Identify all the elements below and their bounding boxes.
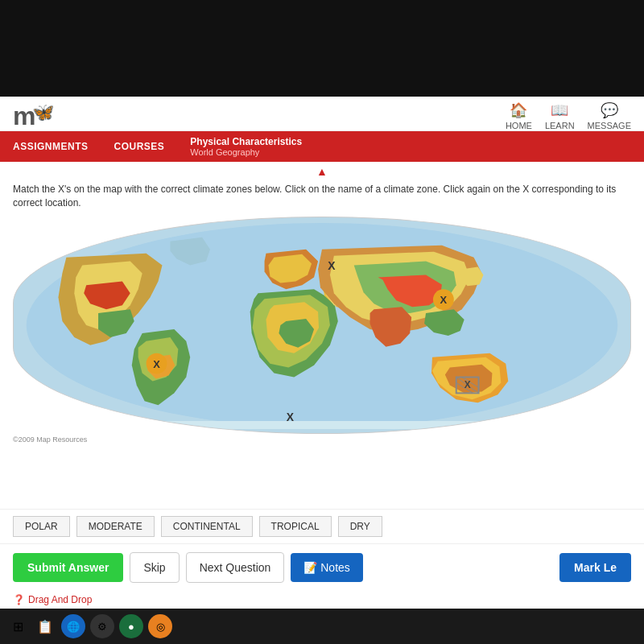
circle2-icon[interactable]: ◎ <box>148 614 172 638</box>
notes-label: Notes <box>320 561 350 574</box>
triangle-indicator: ▲ <box>0 162 644 178</box>
browser-icon[interactable]: 🌐 <box>61 614 85 638</box>
home-icon: 🏠 <box>510 101 527 119</box>
notes-icon: 📝 <box>303 561 317 574</box>
svg-text:X: X <box>153 357 160 369</box>
taskbar: ⊞ 📋 🌐 ⚙ ● ◎ <box>0 609 644 644</box>
header: m 🦋 🏠 HOME 📖 LEARN 💬 MESSAGE <box>0 97 644 131</box>
top-bar <box>0 0 644 97</box>
dry-btn[interactable]: DRY <box>338 516 382 537</box>
taskview-icon[interactable]: 📋 <box>34 615 56 638</box>
header-nav: 🏠 HOME 📖 LEARN 💬 MESSAGE <box>506 101 631 130</box>
message-icon: 💬 <box>601 101 618 119</box>
drag-drop-hint: ❓ Drag And Drop <box>0 591 644 609</box>
message-label: MESSAGE <box>588 121 631 130</box>
svg-text:X: X <box>328 258 336 271</box>
map-wrapper: X X X X <box>13 217 631 434</box>
map-container: X X X X <box>0 213 644 509</box>
chrome-icon[interactable]: ⚙ <box>90 614 114 638</box>
world-map: X X X X <box>14 217 630 433</box>
breadcrumb-subtitle: World Geography <box>190 147 302 157</box>
screen: m 🦋 🏠 HOME 📖 LEARN 💬 MESSAGE AS <box>0 0 644 644</box>
breadcrumb: Physical Characteristics World Geography <box>177 131 315 162</box>
main-content: m 🦋 🏠 HOME 📖 LEARN 💬 MESSAGE AS <box>0 97 644 609</box>
circle1-icon[interactable]: ● <box>119 614 143 638</box>
breadcrumb-title: Physical Characteristics <box>190 136 302 147</box>
moderate-btn[interactable]: MODERATE <box>76 516 155 537</box>
map-copyright: ©2009 Map Resources <box>13 436 631 444</box>
svg-text:X: X <box>287 411 295 423</box>
tropical-btn[interactable]: TROPICAL <box>259 516 332 537</box>
notes-button[interactable]: 📝 Notes <box>291 553 362 582</box>
svg-text:X: X <box>464 379 471 390</box>
assignments-nav[interactable]: ASSIGNMENTS <box>0 131 101 162</box>
submit-button[interactable]: Submit Answer <box>13 553 123 582</box>
start-icon[interactable]: ⊞ <box>6 615 29 638</box>
svg-text:X: X <box>440 294 448 306</box>
skip-button[interactable]: Skip <box>130 552 179 583</box>
question-icon: ❓ <box>13 594 25 605</box>
learn-icon: 📖 <box>551 101 568 119</box>
home-label: HOME <box>506 121 532 130</box>
learn-label: LEARN <box>545 121 575 130</box>
mark-learned-button[interactable]: Mark Le <box>559 553 631 582</box>
courses-nav[interactable]: COURSES <box>101 131 178 162</box>
climate-zones: POLAR MODERATE CONTINENTAL TROPICAL DRY <box>0 509 644 543</box>
action-bar: Submit Answer Skip Next Question 📝 Notes… <box>0 543 644 591</box>
logo: m 🦋 <box>13 103 54 129</box>
learn-nav-item[interactable]: 📖 LEARN <box>545 101 575 130</box>
message-nav-item[interactable]: 💬 MESSAGE <box>588 101 631 130</box>
drag-drop-text: Drag And Drop <box>28 594 92 605</box>
nav-bar: ASSIGNMENTS COURSES Physical Characteris… <box>0 131 644 162</box>
question-text: Match the X's on the map with the correc… <box>0 178 644 213</box>
polar-btn[interactable]: POLAR <box>13 516 70 537</box>
home-nav-item[interactable]: 🏠 HOME <box>506 101 532 130</box>
logo-butterfly-icon: 🦋 <box>32 102 54 123</box>
next-question-button[interactable]: Next Question <box>186 552 285 583</box>
continental-btn[interactable]: CONTINENTAL <box>161 516 253 537</box>
